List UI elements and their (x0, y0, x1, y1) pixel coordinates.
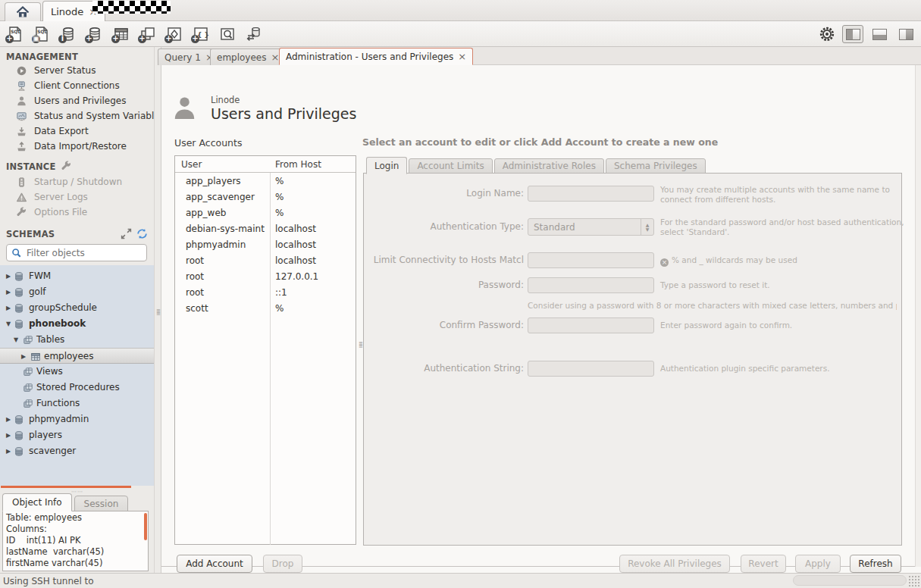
sidebar-item-server-logs[interactable]: Server Logs (0, 189, 154, 205)
toggle-output-area-button[interactable] (869, 25, 890, 43)
table-row[interactable]: app_web% (175, 205, 356, 220)
object-info-line: lastName varchar(45) (6, 546, 145, 558)
column-header-user[interactable]: User (175, 159, 270, 170)
hosts-input[interactable] (528, 252, 654, 268)
password-input[interactable] (528, 277, 654, 293)
sidebar-splitter-handle[interactable] (1, 486, 131, 488)
auth-string-input[interactable] (528, 361, 654, 377)
tree-item-functions[interactable]: Functions (0, 396, 154, 411)
close-icon[interactable]: × (458, 51, 466, 62)
sidebar-item-data-import[interactable]: Data Import/Restore (0, 139, 154, 154)
refresh-schemas-icon[interactable] (136, 228, 148, 239)
hosts-help: ×% and _ wildcards may be used (660, 255, 910, 267)
sidebar-item-data-export[interactable]: Data Export (0, 124, 154, 139)
tab-schema-privileges[interactable]: Schema Privileges (606, 158, 706, 174)
table-row[interactable]: debian-sys-maintlocalhost (175, 220, 356, 236)
create-procedure-button[interactable]: + (164, 24, 184, 44)
preferences-gear-icon[interactable] (817, 24, 837, 44)
window-resize-grip[interactable] (908, 575, 920, 587)
table-row[interactable]: app_players% (175, 173, 356, 189)
tab-login[interactable]: Login (366, 157, 407, 174)
create-view-button[interactable]: + (138, 24, 158, 44)
create-function-button[interactable]: + (191, 24, 211, 44)
info-scrollbar-thumb[interactable] (144, 513, 147, 540)
expander-icon[interactable]: ▶ (20, 353, 27, 360)
password-help: Type a password to reset it. (660, 280, 910, 290)
tree-item-schema[interactable]: ▶ scavenger (0, 443, 154, 459)
expander-icon[interactable]: ▼ (5, 321, 12, 327)
table-row[interactable]: phpmyadminlocalhost (175, 236, 356, 252)
info-tab-bar: Object Info Session (2, 493, 128, 511)
tree-item-schema[interactable]: ▶ FWM (0, 268, 154, 284)
editor-tab-bar: Query 1 × employees × Administration - U… (161, 47, 921, 65)
database-icon (14, 271, 24, 284)
sidebar-item-server-status[interactable]: Server Status (0, 63, 154, 78)
refresh-button[interactable]: Refresh (850, 555, 901, 573)
tree-item-table-selected[interactable]: ▶ employees (0, 348, 154, 364)
tab-session[interactable]: Session (74, 496, 129, 511)
close-icon[interactable]: × (271, 52, 279, 63)
table-row[interactable]: rootlocalhost (175, 252, 356, 268)
sidebar-item-startup-shutdown[interactable]: Startup / Shutdown (0, 174, 154, 189)
table-row[interactable]: root127.0.0.1 (175, 268, 356, 284)
schemas-section-title: SCHEMAS (6, 228, 148, 239)
confirm-password-input[interactable] (528, 317, 654, 333)
search-data-button[interactable] (218, 24, 237, 44)
toggle-sidebar-button[interactable] (842, 25, 863, 43)
tree-item-schema[interactable]: ▶ phpmyadmin (0, 411, 154, 427)
drop-button[interactable]: Drop (263, 555, 302, 573)
vertical-scrollbar-track[interactable] (915, 65, 921, 567)
user-accounts-table: User From Host app_players% app_scavenge… (174, 155, 356, 545)
tree-item-schema[interactable]: ▶ golf (0, 284, 154, 300)
spinner-arrows-icon[interactable]: ▲▼ (641, 219, 653, 235)
new-query-tab-button[interactable]: + (5, 24, 25, 44)
tree-item-schema[interactable]: ▶ players (0, 427, 154, 443)
schema-inspector-button[interactable]: i (58, 24, 78, 44)
tree-item-stored-procedures[interactable]: Stored Procedures (0, 380, 154, 396)
table-row[interactable]: root::1 (175, 284, 356, 300)
data-transfer-button[interactable] (244, 24, 264, 44)
expander-icon[interactable]: ▼ (12, 336, 20, 343)
toggle-secondary-sidebar-button[interactable] (895, 25, 916, 43)
tree-item-views[interactable]: Views (0, 364, 154, 380)
schema-filter[interactable] (6, 244, 147, 261)
home-tab[interactable] (5, 2, 41, 21)
expander-icon[interactable]: ▶ (5, 305, 12, 311)
create-schema-button[interactable]: + (85, 24, 105, 44)
vertical-splitter[interactable]: ≡≡ (154, 47, 161, 573)
expand-panel-icon[interactable] (121, 228, 132, 239)
clear-icon[interactable]: × (660, 258, 669, 267)
panel-splitter-grip[interactable]: ≡≡ (359, 342, 363, 348)
expander-icon[interactable]: ▶ (5, 432, 12, 439)
table-row[interactable]: scott% (175, 300, 356, 316)
create-table-button[interactable]: + (111, 24, 131, 44)
tab-administrative-roles[interactable]: Administrative Roles (494, 158, 604, 174)
sidebar-item-client-connections[interactable]: Client Connections (0, 78, 154, 93)
tab-employees[interactable]: employees × (210, 48, 286, 65)
expander-icon[interactable]: ▶ (5, 416, 12, 423)
add-account-button[interactable]: Add Account (177, 555, 252, 573)
connection-tab-label: Linode (51, 6, 83, 17)
revert-button[interactable]: Revert (741, 555, 786, 573)
sidebar-item-options-file[interactable]: Options File (0, 205, 154, 220)
expander-icon[interactable]: ▶ (5, 289, 12, 296)
open-sql-file-button[interactable]: ▣ (32, 24, 52, 44)
sidebar-item-status-variables[interactable]: Status and System Variables (0, 108, 154, 124)
auth-type-select[interactable]: Standard ▲▼ (528, 218, 654, 236)
login-name-input[interactable] (528, 186, 654, 202)
tree-item-schema[interactable]: ▼ phonebook (0, 316, 154, 332)
apply-button[interactable]: Apply (795, 555, 841, 573)
horizontal-scrollbar-thumb[interactable] (793, 575, 907, 586)
expander-icon[interactable]: ▶ (5, 273, 12, 280)
tree-item-tables[interactable]: ▼ Tables (0, 332, 154, 348)
column-header-from-host[interactable]: From Host (270, 159, 321, 170)
sidebar-item-users-privileges[interactable]: Users and Privileges (0, 93, 154, 108)
tab-object-info[interactable]: Object Info (2, 493, 72, 511)
tree-item-schema[interactable]: ▶ groupSchedule (0, 300, 154, 316)
revoke-all-privileges-button[interactable]: Revoke All Privileges (619, 555, 730, 573)
table-row[interactable]: app_scavenger% (175, 189, 356, 205)
schema-filter-input[interactable] (27, 248, 142, 258)
expander-icon[interactable]: ▶ (5, 448, 12, 455)
tab-administration-users-privileges[interactable]: Administration - Users and Privileges × (279, 48, 473, 65)
tab-account-limits[interactable]: Account Limits (409, 158, 492, 174)
